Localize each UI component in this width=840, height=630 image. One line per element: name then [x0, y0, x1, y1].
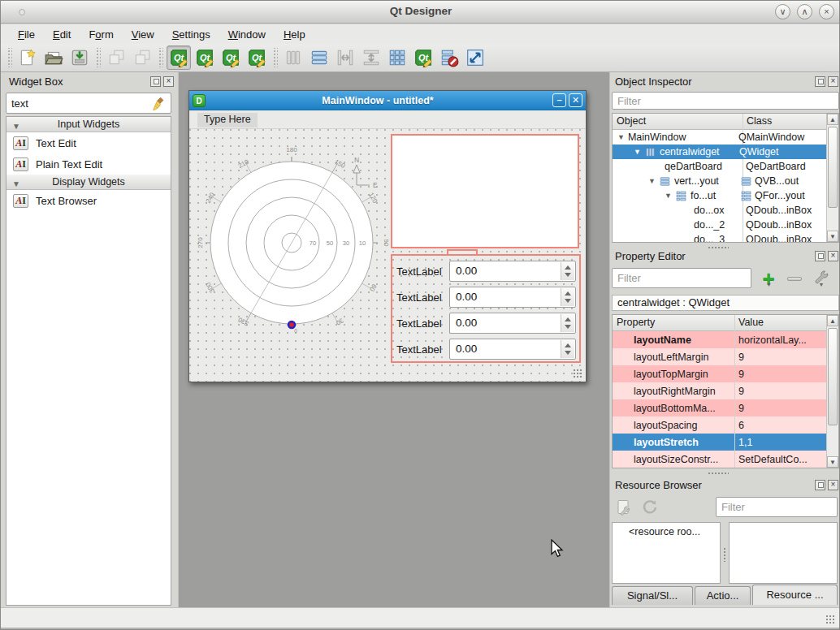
layout-hsplitter-button[interactable] [333, 45, 357, 70]
float-icon[interactable] [815, 76, 825, 87]
close-icon[interactable]: × [163, 76, 174, 87]
object-inspector-filter-input[interactable] [612, 92, 839, 110]
break-layout-button[interactable] [437, 45, 461, 70]
close-icon[interactable]: × [828, 76, 838, 87]
spin-down-icon[interactable] [565, 299, 571, 303]
menu-help[interactable]: Help [276, 27, 313, 42]
tree-row-doublespinbox[interactable]: do..._3 QDoub...inBox [613, 232, 838, 243]
spin-buttons[interactable] [561, 288, 574, 306]
scroll-down-icon[interactable]: ▼ [827, 456, 838, 468]
property-header[interactable]: Property Value [613, 315, 838, 331]
scroll-up-icon[interactable]: ▲ [827, 114, 838, 125]
tree-row-centralwidget[interactable]: ▼ centralwidget QWidget [613, 145, 838, 159]
tab-resource-browser[interactable]: Resource ... [752, 585, 838, 605]
form-canvas[interactable]: 180 150 120 90 60 30 0 330 300 270 240 2… [189, 129, 586, 382]
reload-resources-button[interactable] [639, 497, 660, 518]
property-row-layoutstretch[interactable]: layoutStretch1,1 [613, 434, 838, 451]
layout-grid-button[interactable] [385, 45, 409, 70]
toolbar-grip[interactable] [158, 48, 163, 67]
widget-item-text-browser[interactable]: AI Text Browser [6, 190, 171, 211]
menu-file[interactable]: File [11, 27, 42, 42]
widget-item-plain-text-edit[interactable]: AI Plain Text Edit [6, 153, 171, 175]
menu-edit[interactable]: Edit [45, 27, 78, 42]
spin-down-icon[interactable] [565, 325, 571, 329]
widget-box-filter-input[interactable] [6, 93, 171, 114]
scrollbar[interactable]: ▲ ▼ [826, 114, 838, 242]
edit-signals-mode-button[interactable] [193, 45, 217, 70]
new-form-button[interactable] [15, 45, 40, 70]
window-resize-grip[interactable] [825, 615, 836, 625]
close-button[interactable]: × [819, 4, 834, 19]
expand-arrow-icon[interactable]: ▼ [617, 133, 625, 141]
spin-buttons[interactable] [561, 314, 574, 332]
spin-up-icon[interactable] [565, 265, 571, 270]
tree-row-mainwindow[interactable]: ▼ MainWindow QMainWindow [613, 130, 838, 145]
dartboard-marker-dot[interactable] [288, 321, 295, 328]
empty-view-widget[interactable] [391, 134, 579, 248]
menu-settings[interactable]: Settings [165, 27, 218, 42]
property-row-layoutname[interactable]: layoutNamehorizontalLay... [613, 331, 838, 348]
spin-buttons[interactable] [561, 262, 574, 280]
float-icon[interactable] [150, 76, 161, 87]
property-filter-input[interactable] [612, 268, 751, 288]
spin-down-icon[interactable] [565, 273, 571, 277]
layout-horizontal-button[interactable] [281, 45, 305, 70]
edit-taborder-mode-button[interactable] [245, 45, 269, 70]
tree-row-vertical-layout[interactable]: ▼ vert...yout QVB...out [613, 174, 838, 188]
resource-tree-pane[interactable]: <resource roo... [612, 522, 721, 584]
scroll-up-icon[interactable]: ▲ [827, 315, 838, 326]
adjust-size-button[interactable] [463, 45, 487, 70]
property-row-layoutsizeconstraint[interactable]: layoutSizeConstr...SetDefaultCo... [613, 451, 838, 468]
form-window[interactable]: D MainWindow - untitled* – ✕ Type Here [188, 90, 587, 382]
add-dynamic-property-button[interactable]: +▼ [756, 267, 781, 290]
spin-buttons[interactable] [561, 340, 574, 358]
form-close-button[interactable]: ✕ [569, 93, 582, 107]
expand-arrow-icon[interactable]: ▼ [665, 192, 672, 200]
remove-dynamic-property-button[interactable] [783, 267, 806, 290]
property-row-layoutbottommargin[interactable]: layoutBottomMa...9 [613, 399, 838, 416]
float-icon[interactable] [815, 251, 825, 261]
edit-widgets-mode-button[interactable] [167, 45, 191, 70]
section-input-widgets[interactable]: ▼Input Widgets [6, 117, 171, 132]
splitter-handle[interactable] [708, 246, 729, 250]
scrollbar[interactable]: ▲ ▼ [826, 315, 838, 468]
tree-row-form-layout[interactable]: ▼ fo...ut QFor...yout [613, 188, 838, 203]
resource-root-item[interactable]: <resource roo... [613, 523, 720, 537]
tree-row-doublespinbox[interactable]: do..._2 QDoub...inBox [613, 218, 838, 232]
spin-down-icon[interactable] [565, 351, 571, 355]
toolbar-grip[interactable] [6, 48, 12, 67]
menu-form[interactable]: Form [81, 27, 120, 42]
shade-button[interactable]: ∨ [775, 4, 790, 19]
row-label[interactable]: TextLabel [396, 317, 442, 330]
tree-row-qedartboard[interactable]: qeDartBoard QeDartBoard [613, 159, 838, 174]
paste-button[interactable] [130, 45, 154, 70]
tab-action-editor[interactable]: Actio... [695, 586, 751, 605]
property-row-layouttopmargin[interactable]: layoutTopMargin9 [613, 365, 838, 382]
widget-item-text-edit[interactable]: AI Text Edit [6, 132, 171, 153]
form-minimize-button[interactable]: – [552, 93, 566, 107]
toolbar-grip[interactable] [95, 48, 101, 67]
clear-filter-broom-icon[interactable] [152, 97, 167, 111]
layout-vsplitter-button[interactable] [359, 45, 383, 70]
form-layout-widget[interactable]: TextLabel 0.00 TextLabel 0.00 TextLabel … [391, 254, 581, 363]
maximize-button[interactable]: ∧ [797, 4, 812, 19]
layout-form-button[interactable] [411, 45, 435, 70]
titlebar[interactable]: Qt Designer ∨ ∧ × [1, 1, 840, 24]
form-window-titlebar[interactable]: D MainWindow - untitled* – ✕ [189, 91, 586, 110]
edit-buddies-mode-button[interactable] [219, 45, 243, 70]
close-icon[interactable]: × [828, 251, 838, 261]
double-spinbox[interactable]: 0.00 [449, 313, 576, 334]
configure-property-editor-button[interactable]: ▼ [809, 267, 834, 290]
resource-preview-pane[interactable] [729, 522, 838, 584]
tree-header[interactable]: Object Class [613, 114, 838, 130]
expand-arrow-icon[interactable]: ▼ [634, 148, 641, 156]
double-spinbox[interactable]: 0.00 [449, 261, 576, 282]
copy-button[interactable] [104, 45, 128, 70]
menu-type-here[interactable]: Type Here [197, 113, 258, 127]
menu-view[interactable]: View [124, 27, 162, 42]
toolbar-grip[interactable] [272, 48, 278, 67]
float-icon[interactable] [815, 480, 825, 490]
tab-signal-slot-editor[interactable]: Signal/Sl... [612, 586, 693, 605]
section-display-widgets[interactable]: ▼Display Widgets [6, 175, 171, 190]
edit-resources-button[interactable] [613, 497, 634, 518]
